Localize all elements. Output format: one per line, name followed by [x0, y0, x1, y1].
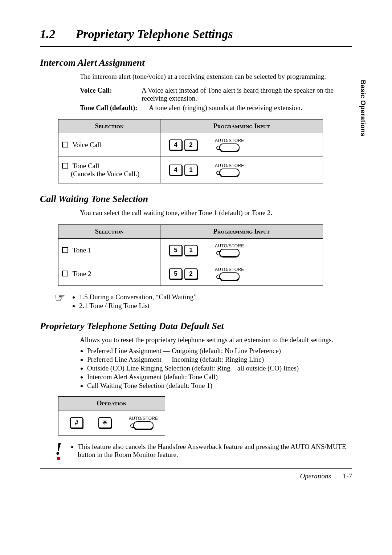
programming-input: 5 1 AUTO/STORE: [164, 244, 319, 257]
table-row: Tone 2 5 2 AUTO/STORE: [58, 262, 323, 286]
key-2: 2: [184, 139, 197, 150]
autostore-button: AUTO/STORE: [215, 244, 244, 257]
key-1: 1: [184, 245, 197, 256]
key-1: 1: [184, 165, 197, 175]
page-footer: Operations 1-7: [40, 468, 352, 480]
pill-button-icon: [219, 249, 240, 257]
chapter-header: 1.2 Proprietary Telephone Settings: [40, 27, 352, 47]
note-text: This feature also cancels the Handsfree …: [78, 443, 352, 459]
section-heading-callwaiting: Call Waiting Tone Selection: [40, 194, 352, 204]
checkbox-icon: [62, 142, 68, 147]
chapter-number: 1.2: [40, 27, 73, 41]
footer-label: Operations: [300, 472, 331, 480]
ref-item: 2.1 Tone / Ring Tone List: [79, 302, 197, 310]
selection-label: Voice Call: [72, 141, 101, 149]
list-item: Call Waiting Tone Selection (default: To…: [87, 382, 352, 390]
autostore-button: AUTO/STORE: [215, 267, 244, 280]
autostore-button: AUTO/STORE: [215, 138, 244, 151]
table-row: Tone 1 5 1 AUTO/STORE: [58, 239, 323, 262]
side-tab: Basic Operations: [359, 80, 367, 137]
pill-button-icon: [219, 272, 240, 280]
pointing-hand-icon: ☞: [54, 292, 65, 304]
section-heading-default: Proprietary Telephone Setting Data Defau…: [40, 321, 352, 332]
key-5: 5: [169, 268, 182, 279]
chapter-title: Proprietary Telephone Settings: [76, 27, 233, 41]
list-item: Preferred Line Assignment — Outgoing (de…: [87, 347, 352, 355]
def-term-voice: Voice Call:: [80, 86, 142, 102]
list-item: Preferred Line Assignment — Incoming (de…: [87, 356, 352, 364]
autostore-button: AUTO/STORE: [129, 416, 158, 429]
th-programming: Programming Input: [160, 119, 323, 133]
selection-label: Tone 1: [72, 246, 91, 254]
pill-button-icon: [219, 169, 240, 177]
checkbox-icon: [62, 247, 68, 253]
programming-input: # ✳ AUTO/STORE: [65, 416, 158, 429]
checkbox-icon: [62, 163, 68, 169]
autostore-label: AUTO/STORE: [215, 163, 244, 168]
section-intro: The intercom alert (tone/voice) at a rec…: [80, 72, 352, 81]
th-programming: Programming Input: [160, 225, 323, 239]
programming-input: 4 1 AUTO/STORE: [164, 163, 319, 177]
list-item: Intercom Alert Assignment (default: Tone…: [87, 373, 352, 381]
autostore-label: AUTO/STORE: [215, 138, 244, 143]
pill-button-icon: [133, 421, 154, 429]
key-4: 4: [169, 165, 182, 175]
intercom-table: Selection Programming Input Voice Call 4…: [58, 119, 323, 183]
programming-input: 4 2 AUTO/STORE: [164, 138, 319, 151]
pill-button-icon: [219, 143, 240, 151]
key-2: 2: [184, 268, 197, 279]
autostore-label: AUTO/STORE: [215, 267, 244, 272]
table-row: Voice Call 4 2 AUTO/STORE: [58, 133, 323, 157]
operation-table: Operation # ✳ AUTO/STORE: [58, 396, 165, 436]
key-hash: #: [70, 417, 83, 428]
section-intro: Allows you to reset the proprietary tele…: [80, 335, 352, 345]
key-star: ✳: [98, 417, 111, 428]
def-term-tone: Tone Call (default):: [80, 104, 149, 112]
key-5: 5: [169, 245, 182, 256]
note-block: ! This feature also cancels the Handsfre…: [54, 442, 352, 460]
key-4: 4: [169, 139, 182, 150]
exclamation-icon: !: [54, 442, 62, 460]
programming-input: 5 2 AUTO/STORE: [164, 267, 319, 280]
cross-reference: ☞ 1.5 During a Conversation, “Call Waiti…: [54, 292, 352, 311]
th-selection: Selection: [58, 225, 160, 239]
def-desc-voice: A Voice alert instead of Tone alert is h…: [142, 86, 352, 102]
th-selection: Selection: [58, 119, 160, 133]
page-number: 1-7: [343, 472, 352, 480]
autostore-label: AUTO/STORE: [129, 416, 158, 421]
table-row: Tone Call (Cancels the Voice Call.) 4 1 …: [58, 157, 323, 183]
table-row: # ✳ AUTO/STORE: [58, 410, 165, 435]
autostore-label: AUTO/STORE: [215, 244, 244, 248]
autostore-button: AUTO/STORE: [215, 163, 244, 177]
th-operation: Operation: [58, 396, 165, 410]
def-desc-tone: A tone alert (ringing) sounds at the rec…: [149, 104, 352, 112]
default-list: Preferred Line Assignment — Outgoing (de…: [80, 347, 352, 390]
list-item: Outside (CO) Line Ringing Selection (def…: [87, 364, 352, 372]
selection-sub: (Cancels the Voice Call.): [71, 170, 139, 178]
callwaiting-table: Selection Programming Input Tone 1 5 1 A…: [58, 224, 323, 286]
ref-item: 1.5 During a Conversation, “Call Waiting…: [79, 293, 197, 301]
checkbox-icon: [62, 271, 68, 276]
definition-list: Voice Call: A Voice alert instead of Ton…: [80, 86, 352, 112]
section-heading-intercom: Intercom Alert Assignment: [40, 57, 352, 68]
section-intro: You can select the call waiting tone, ei…: [80, 208, 352, 218]
selection-label: Tone Call: [72, 162, 99, 170]
selection-label: Tone 2: [72, 270, 91, 278]
